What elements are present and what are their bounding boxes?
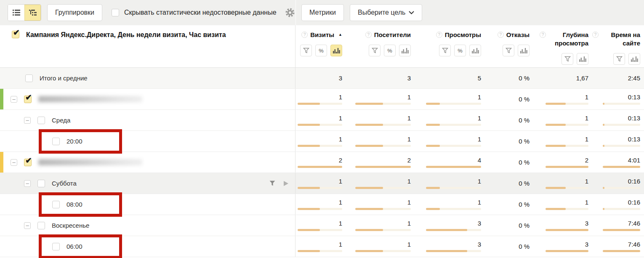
column-header-3[interactable]: ?Просмотры% <box>415 25 485 67</box>
value-bar <box>546 145 588 147</box>
collapse-button[interactable]: – <box>24 117 31 124</box>
row-hover-actions <box>269 173 289 194</box>
metric-cell: 1 <box>346 236 415 257</box>
percent-button[interactable]: % <box>454 45 466 56</box>
metric-value: 0 % <box>519 96 530 103</box>
goal-select-button[interactable]: Выберите цель <box>350 4 422 21</box>
metric-value: 3 <box>585 241 588 248</box>
metric-cell: 1 <box>295 215 346 236</box>
filter-button[interactable] <box>300 45 312 56</box>
column-header-6[interactable]: ?Время на сайте <box>592 25 644 67</box>
value-bar <box>298 103 342 105</box>
table-row: –Суббота1110 %10:16 <box>0 173 644 194</box>
hide-unreliable-checkbox[interactable] <box>112 9 119 16</box>
value-bar <box>603 250 640 252</box>
column-header-4[interactable]: ?Отказы <box>485 25 533 67</box>
metric-value: 1 <box>339 93 342 101</box>
filter-button-group <box>613 53 640 65</box>
table-row: –Среда1110 %10:13 <box>0 110 644 131</box>
chart-button[interactable] <box>330 45 342 56</box>
filter-button[interactable] <box>562 53 573 65</box>
metric-cell: 3 <box>533 236 592 257</box>
metric-value: 0:16 <box>628 178 640 185</box>
collapse-button[interactable]: – <box>24 180 31 187</box>
value-bar <box>426 166 481 168</box>
metric-value: 1 <box>339 178 342 185</box>
metric-value: 7:46 <box>628 220 640 227</box>
metric-value: 5 <box>478 74 481 82</box>
metric-cell: 2 <box>295 152 346 173</box>
metric-cell: 7:46 <box>592 215 644 236</box>
percent-button[interactable]: % <box>315 45 327 56</box>
master-checkbox[interactable] <box>12 31 19 38</box>
campaign-color-stripe <box>0 152 3 173</box>
column-header-2[interactable]: ?Посетители% <box>346 25 415 67</box>
metric-cell: 1 <box>415 89 485 109</box>
settings-gear-button[interactable] <box>285 8 295 18</box>
value-bar <box>426 208 481 210</box>
row-checkbox[interactable] <box>52 243 60 250</box>
percent-button[interactable]: % <box>384 45 396 56</box>
metric-value: 1 <box>585 178 588 185</box>
play-icon[interactable] <box>282 180 289 187</box>
filter-button[interactable] <box>503 45 514 56</box>
row-checkbox[interactable] <box>52 138 60 145</box>
metric-cell: 1 <box>346 89 415 109</box>
row-checkbox[interactable] <box>52 201 60 208</box>
sort-asc-icon: ▲ <box>338 32 342 37</box>
column-header-1[interactable]: ?Визиты▲% <box>295 25 346 67</box>
metric-value: 0 % <box>519 159 530 166</box>
collapse-button[interactable]: – <box>24 222 31 229</box>
report-title: Кампания Яндекс.Директа, День недели виз… <box>26 31 226 39</box>
row-checkbox[interactable] <box>24 159 32 166</box>
metric-cell: 0:16 <box>592 173 644 194</box>
row-label-cell: 20:00 <box>0 131 295 152</box>
metric-value: 0 % <box>519 201 530 208</box>
metric-cell: 1 <box>346 194 415 215</box>
metric-cell: 3 <box>415 215 485 236</box>
filter-button-group <box>562 53 588 65</box>
row-label: 06:00 <box>67 243 82 250</box>
tree-view-button[interactable] <box>24 5 41 21</box>
metric-value: 1 <box>585 114 588 122</box>
filter-button[interactable] <box>439 45 451 56</box>
metric-cell: 7:46 <box>592 236 644 257</box>
value-bar <box>298 166 342 168</box>
chart-button[interactable] <box>399 45 411 56</box>
collapse-button[interactable]: – <box>11 159 17 166</box>
list-view-button[interactable] <box>8 5 24 21</box>
row-label-cell: – <box>0 89 295 109</box>
value-bar <box>298 208 342 210</box>
column-header-5[interactable]: ?Глубина просмотра <box>533 25 592 67</box>
filter-button[interactable] <box>613 53 625 65</box>
metric-value: 1 <box>407 136 411 143</box>
chart-button[interactable] <box>469 45 481 56</box>
metric-value: 0 % <box>519 243 530 250</box>
filter-icon[interactable] <box>269 180 276 187</box>
row-checkbox[interactable] <box>37 117 45 124</box>
chart-button[interactable] <box>577 53 588 65</box>
filter-button[interactable] <box>369 45 381 56</box>
metric-cell: 1 <box>415 173 485 194</box>
goal-select-label: Выберите цель <box>358 9 405 16</box>
row-checkbox[interactable] <box>25 74 33 82</box>
row-label-cell: Итого и средние <box>0 68 295 88</box>
row-checkbox[interactable] <box>24 96 32 103</box>
value-bar <box>355 166 411 168</box>
metric-value: 0:13 <box>628 114 640 122</box>
metric-cell: 1,67 <box>533 68 592 88</box>
column-label: Посетители <box>374 31 411 39</box>
collapse-button[interactable]: – <box>11 96 17 103</box>
metric-cell: 1 <box>295 173 346 194</box>
groupings-button[interactable]: Группировки <box>47 4 102 21</box>
hide-unreliable-label: Скрывать статистически недостоверные дан… <box>124 9 277 16</box>
metric-value: 1 <box>585 93 588 101</box>
row-checkbox[interactable] <box>37 180 45 187</box>
value-bar <box>355 187 411 189</box>
row-checkbox[interactable] <box>37 222 45 229</box>
chart-button[interactable] <box>628 53 640 65</box>
chart-button[interactable] <box>518 45 530 56</box>
metric-value: 1 <box>478 199 481 206</box>
toolbar: Группировки Скрывать статистически недос… <box>0 0 644 25</box>
metrics-button[interactable]: Метрики <box>301 4 344 21</box>
